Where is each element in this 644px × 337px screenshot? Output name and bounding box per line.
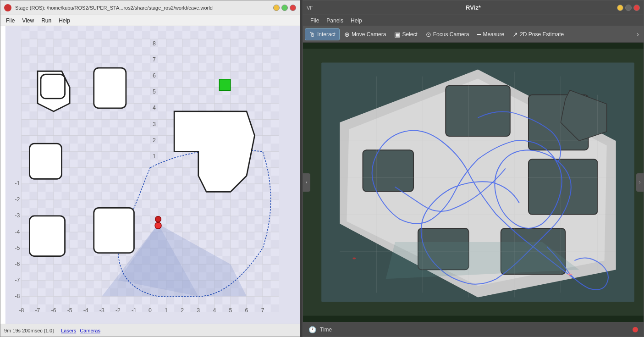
svg-text:-2: -2: [116, 307, 121, 314]
svg-text:-8: -8: [19, 307, 24, 314]
svg-text:7: 7: [153, 56, 156, 63]
svg-text:1: 1: [153, 153, 156, 160]
rviz-toolbar: 🖱 Interact ⊕ Move Camera ▣ Select ⊙ Focu…: [303, 26, 644, 43]
svg-point-79: [155, 216, 161, 222]
focus-camera-tool-button[interactable]: ⊙ Focus Camera: [422, 29, 473, 40]
stage-menu-file[interactable]: File: [2, 17, 18, 25]
rviz-window-controls: [558, 5, 640, 11]
stage-simulation-view[interactable]: -8 -7 -6 -5 -4 -3 -2 -1 0 1 2 3 4 5 6 7 …: [0, 26, 300, 324]
rviz-collapse-left-button[interactable]: ‹: [303, 173, 310, 192]
svg-rect-88: [528, 159, 598, 214]
svg-rect-85: [446, 86, 510, 136]
svg-text:-1: -1: [15, 180, 20, 187]
svg-text:1: 1: [165, 307, 168, 314]
svg-text:-6: -6: [15, 261, 20, 267]
stage-titlebar: Stage (ROS): /home/kubu/ROS2/SUPER_STA..…: [0, 0, 300, 15]
rviz-main-view[interactable]: ‹ ›: [303, 43, 644, 322]
rviz-map-area[interactable]: ‹ ›: [303, 43, 644, 322]
svg-text:-4: -4: [15, 229, 20, 235]
rviz-minimize-button[interactable]: [617, 5, 623, 11]
move-camera-icon: ⊕: [344, 31, 350, 38]
rviz-time-label: Time: [320, 326, 332, 333]
svg-text:-1: -1: [132, 307, 137, 314]
rviz-close-button[interactable]: [633, 5, 640, 11]
svg-text:-7: -7: [15, 277, 20, 283]
stage-menu-help[interactable]: Help: [55, 17, 74, 25]
pose-estimate-label: 2D Pose Estimate: [520, 31, 564, 38]
svg-text:3: 3: [197, 307, 200, 314]
move-camera-label: Move Camera: [352, 31, 386, 38]
rviz-map-svg: [303, 43, 644, 322]
rviz-menu-panels[interactable]: Panels: [323, 17, 347, 25]
svg-rect-74: [94, 68, 126, 108]
svg-rect-73: [41, 74, 65, 99]
stage-status-text: 9m 19s 200msec [1.0]: [4, 328, 54, 333]
svg-text:7: 7: [261, 307, 264, 314]
rviz-status-indicator: [633, 327, 638, 332]
stage-app-icon: [4, 4, 11, 11]
stage-lasers-link[interactable]: Lasers: [61, 328, 76, 333]
select-icon: ▣: [394, 31, 400, 38]
svg-point-80: [155, 222, 161, 229]
pose-estimate-tool-button[interactable]: ↗ 2D Pose Estimate: [509, 29, 567, 40]
svg-text:-2: -2: [15, 196, 20, 203]
svg-text:-8: -8: [15, 293, 20, 299]
svg-rect-78: [94, 208, 134, 253]
svg-rect-87: [363, 150, 413, 191]
svg-text:-5: -5: [15, 245, 20, 251]
stage-statusbar: 9m 19s 200msec [1.0] Lasers Cameras: [0, 324, 300, 337]
pose-estimate-icon: ↗: [512, 31, 518, 38]
svg-text:-3: -3: [15, 212, 20, 219]
svg-text:2: 2: [181, 307, 184, 314]
time-clock-icon: 🕐: [308, 326, 316, 333]
select-tool-button[interactable]: ▣ Select: [391, 29, 421, 40]
svg-text:2: 2: [153, 137, 156, 144]
rviz-maximize-button[interactable]: [625, 5, 632, 11]
stage-menu-run[interactable]: Run: [38, 17, 55, 25]
rviz-title-center: RViz*: [392, 4, 555, 11]
rviz-menu-help[interactable]: Help: [347, 17, 366, 25]
svg-text:-5: -5: [67, 307, 72, 314]
rviz-title-left: VF: [307, 5, 388, 11]
stage-canvas[interactable]: -8 -7 -6 -5 -4 -3 -2 -1 0 1 2 3 4 5 6 7 …: [0, 26, 300, 324]
interact-tool-button[interactable]: 🖱 Interact: [305, 28, 340, 40]
rviz-titlebar: VF RViz*: [303, 0, 644, 15]
measure-tool-button[interactable]: ━ Measure: [473, 29, 508, 40]
stage-cameras-link[interactable]: Cameras: [80, 328, 100, 333]
svg-text:0: 0: [149, 307, 152, 314]
select-label: Select: [402, 31, 417, 38]
measure-icon: ━: [477, 31, 481, 38]
svg-text:4: 4: [153, 105, 156, 111]
stage-window-controls: [273, 5, 296, 11]
svg-rect-77: [29, 216, 65, 256]
move-camera-tool-button[interactable]: ⊕ Move Camera: [341, 29, 390, 40]
svg-text:6: 6: [245, 307, 248, 314]
minimize-button[interactable]: [273, 5, 280, 11]
interact-icon: 🖱: [309, 31, 315, 38]
rviz-menubar: File Panels Help: [303, 15, 644, 26]
svg-text:-3: -3: [99, 307, 105, 314]
stage-menubar: File View Run Help: [0, 15, 300, 26]
toolbar-more-button[interactable]: ›: [634, 28, 642, 40]
svg-text:6: 6: [153, 72, 156, 79]
svg-rect-75: [219, 79, 231, 91]
focus-camera-label: Focus Camera: [433, 31, 469, 38]
focus-camera-icon: ⊙: [426, 31, 431, 38]
stage-window: Stage (ROS): /home/kubu/ROS2/SUPER_STA..…: [0, 0, 300, 337]
rviz-collapse-right-button[interactable]: ›: [636, 173, 644, 192]
svg-text:-6: -6: [51, 307, 56, 314]
svg-rect-76: [29, 144, 61, 179]
svg-text:-7: -7: [35, 307, 40, 314]
rviz-menu-file[interactable]: File: [307, 17, 323, 25]
svg-text:5: 5: [229, 307, 232, 314]
interact-label: Interact: [317, 31, 336, 38]
stage-title: Stage (ROS): /home/kubu/ROS2/SUPER_STA..…: [15, 5, 270, 11]
svg-text:4: 4: [213, 307, 216, 314]
maximize-button[interactable]: [281, 5, 288, 11]
close-button[interactable]: [290, 5, 296, 11]
svg-text:5: 5: [153, 88, 156, 95]
rviz-window: VF RViz* File Panels Help 🖱 Interact ⊕ M…: [303, 0, 644, 337]
svg-text:-4: -4: [83, 307, 88, 314]
svg-text:3: 3: [153, 121, 156, 127]
stage-menu-view[interactable]: View: [18, 17, 38, 25]
